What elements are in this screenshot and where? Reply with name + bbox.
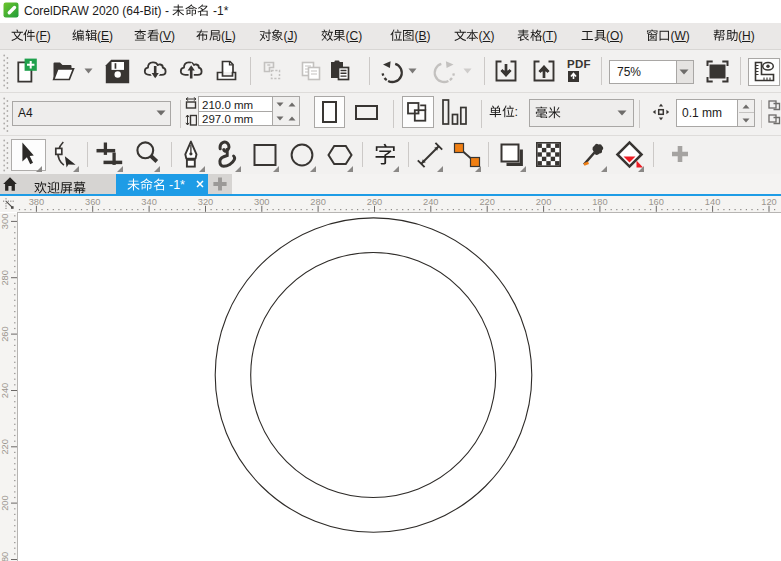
svg-text:260: 260 [0,326,10,342]
svg-text:240: 240 [423,197,439,207]
svg-text:240: 240 [0,382,10,398]
svg-text:360: 360 [85,197,101,207]
svg-text:260: 260 [367,197,383,207]
svg-text:300: 300 [254,197,270,207]
svg-text:300: 300 [0,213,10,229]
svg-text:120: 120 [761,197,777,207]
svg-text:380: 380 [29,197,45,207]
svg-text:280: 280 [0,270,10,286]
svg-text:200: 200 [536,197,552,207]
svg-text:180: 180 [592,197,608,207]
svg-text:320: 320 [198,197,214,207]
svg-text:160: 160 [648,197,664,207]
svg-text:220: 220 [0,439,10,455]
svg-text:PDF: PDF [567,58,591,70]
svg-text:280: 280 [310,197,326,207]
svg-text:200: 200 [0,495,10,511]
svg-text:180: 180 [0,551,10,561]
svg-text:340: 340 [141,197,157,207]
svg-text:140: 140 [705,197,721,207]
svg-text:220: 220 [479,197,495,207]
